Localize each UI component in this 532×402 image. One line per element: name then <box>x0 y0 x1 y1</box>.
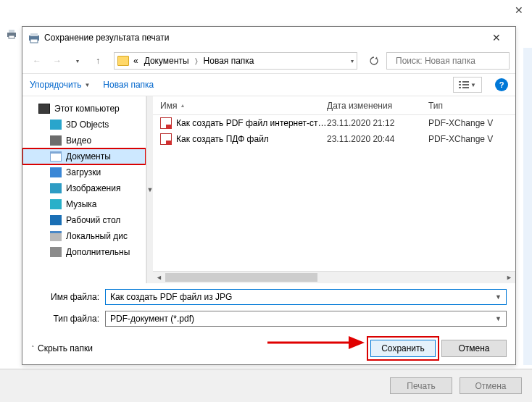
inputs: Имя файла: ▼ Тип файла: PDF-документ (*.… <box>22 283 515 332</box>
organize-menu[interactable]: Упорядочить▼ <box>30 80 90 90</box>
dialog-footer: ˄ Скрыть папки Сохранить Отмена <box>22 332 515 364</box>
docs-icon <box>50 151 62 162</box>
view-icon <box>459 80 469 89</box>
hide-folders-toggle[interactable]: ˄ Скрыть папки <box>31 343 93 353</box>
tree-item-label: Рабочий стол <box>66 215 120 225</box>
tree-item-label: Музыка <box>66 199 96 209</box>
outer-strip <box>523 48 532 365</box>
svg-rect-13 <box>462 87 469 88</box>
breadcrumb-2[interactable]: Новая папка <box>202 56 256 66</box>
new-folder-button[interactable]: Новая папка <box>103 80 154 90</box>
file-row[interactable]: Как создать PDF файл интернет-страни...2… <box>153 115 515 131</box>
tree-item-dl[interactable]: Загрузки <box>22 164 146 180</box>
file-list[interactable]: Как создать PDF файл интернет-страни...2… <box>153 115 515 147</box>
disk-icon <box>50 231 62 241</box>
filetype-label: Тип файла: <box>31 314 105 324</box>
tree-item-ext[interactable]: Дополнительны <box>22 244 146 260</box>
breadcrumb-root[interactable]: « <box>132 56 140 66</box>
file-type: PDF-XChange V <box>428 134 515 144</box>
svg-rect-5 <box>30 39 38 43</box>
pdf-file-icon <box>160 133 172 145</box>
tree-item-label: Изображения <box>66 183 120 193</box>
desk-icon <box>50 215 62 225</box>
cube-icon <box>50 120 62 130</box>
help-button[interactable]: ? <box>495 78 508 91</box>
pc-icon <box>38 104 50 114</box>
sort-asc-icon: ▲ <box>180 103 185 108</box>
outer-close-icon[interactable]: ✕ <box>515 4 523 16</box>
svg-rect-8 <box>459 81 461 83</box>
ext-icon <box>50 247 62 257</box>
close-button[interactable]: ✕ <box>482 32 511 43</box>
address-dropdown-icon[interactable]: ▾ <box>351 58 354 64</box>
file-name: Как создать ПДФ файл <box>176 134 327 144</box>
dialog-title: Сохранение результата печати <box>44 33 482 43</box>
outer-cancel-button[interactable]: Отмена <box>460 377 522 394</box>
scroll-right-icon[interactable]: ► <box>503 272 515 283</box>
tree-item-desk[interactable]: Рабочий стол <box>22 212 146 228</box>
scroll-thumb[interactable] <box>165 273 317 282</box>
svg-rect-10 <box>459 84 461 85</box>
scroll-left-icon[interactable]: ◄ <box>153 272 165 283</box>
file-date: 23.11.2020 21:12 <box>327 118 428 128</box>
nav-back-button[interactable]: ← <box>28 52 46 70</box>
save-button[interactable]: Сохранить <box>370 340 436 357</box>
nav-up-button[interactable]: ↑ <box>89 52 107 70</box>
save-dialog-icon <box>28 32 40 43</box>
toolbar: Упорядочить▼ Новая папка ▼ ? <box>22 73 515 96</box>
svg-rect-12 <box>459 87 461 88</box>
address-bar[interactable]: « Документы ❭ Новая папка ▾ <box>114 52 357 70</box>
folder-tree[interactable]: Этот компьютер3D ObjectsВидеоДокументыЗа… <box>22 96 146 283</box>
tree-item-pc[interactable]: Этот компьютер <box>22 101 146 117</box>
chevron-up-icon: ˄ <box>31 345 35 352</box>
file-name: Как создать PDF файл интернет-страни... <box>176 118 327 128</box>
cancel-button[interactable]: Отмена <box>441 340 507 357</box>
tree-item-video[interactable]: Видео <box>22 133 146 148</box>
tree-item-label: Видео <box>66 135 91 146</box>
navbar: ← → ▾ ↑ « Документы ❭ Новая папка ▾ <box>22 49 515 73</box>
filetype-field[interactable]: PDF-документ (*.pdf) ▼ <box>105 311 507 327</box>
svg-marker-15 <box>349 336 365 349</box>
filename-dropdown-icon[interactable]: ▼ <box>491 293 502 301</box>
refresh-button[interactable] <box>365 52 383 70</box>
view-options-button[interactable]: ▼ <box>453 77 482 93</box>
pdf-file-icon <box>160 117 172 129</box>
nav-recent-button[interactable]: ▾ <box>69 52 86 70</box>
dl-icon <box>50 167 62 177</box>
refresh-icon <box>369 56 379 66</box>
col-name[interactable]: Имя▲ <box>153 101 320 111</box>
file-pane: Имя▲ Дата изменения Тип Как создать PDF … <box>153 96 515 283</box>
svg-rect-11 <box>462 84 469 85</box>
h-scrollbar[interactable]: ◄ ► <box>153 271 515 283</box>
file-type: PDF-XChange V <box>428 118 515 128</box>
filename-input[interactable] <box>110 292 491 302</box>
breadcrumb-1[interactable]: Документы <box>143 56 191 66</box>
file-date: 23.11.2020 20:44 <box>327 134 428 144</box>
tree-item-label: 3D Objects <box>66 120 109 130</box>
svg-rect-2 <box>9 35 14 38</box>
tree-item-music[interactable]: Музыка <box>22 196 146 212</box>
video-icon <box>50 135 62 146</box>
col-date[interactable]: Дата изменения <box>320 101 421 111</box>
search-input[interactable] <box>396 56 504 66</box>
search-box[interactable] <box>386 52 510 70</box>
save-dialog: Сохранение результата печати ✕ ← → ▾ ↑ «… <box>22 26 516 365</box>
printer-icon <box>6 29 17 39</box>
tree-item-img[interactable]: Изображения <box>22 180 146 196</box>
nav-forward-button[interactable]: → <box>49 52 66 70</box>
filetype-dropdown-icon[interactable]: ▼ <box>491 315 502 322</box>
file-row[interactable]: Как создать ПДФ файл23.11.2020 20:44PDF-… <box>153 131 515 147</box>
tree-item-label: Дополнительны <box>66 247 130 257</box>
col-type[interactable]: Тип <box>421 101 515 111</box>
tree-item-cube[interactable]: 3D Objects <box>22 117 146 133</box>
outer-print-button[interactable]: Печать <box>390 377 452 394</box>
tree-item-docs[interactable]: Документы <box>22 148 146 164</box>
tree-scroll-down[interactable]: ▼ <box>146 96 153 283</box>
filename-label: Имя файла: <box>31 292 105 302</box>
filename-field[interactable]: ▼ <box>105 289 507 305</box>
svg-rect-1 <box>9 30 14 33</box>
titlebar: Сохранение результата печати ✕ <box>22 27 515 49</box>
file-header: Имя▲ Дата изменения Тип <box>153 96 515 115</box>
tree-item-disk[interactable]: Локальный дис <box>22 228 146 244</box>
filetype-value: PDF-документ (*.pdf) <box>110 314 194 324</box>
